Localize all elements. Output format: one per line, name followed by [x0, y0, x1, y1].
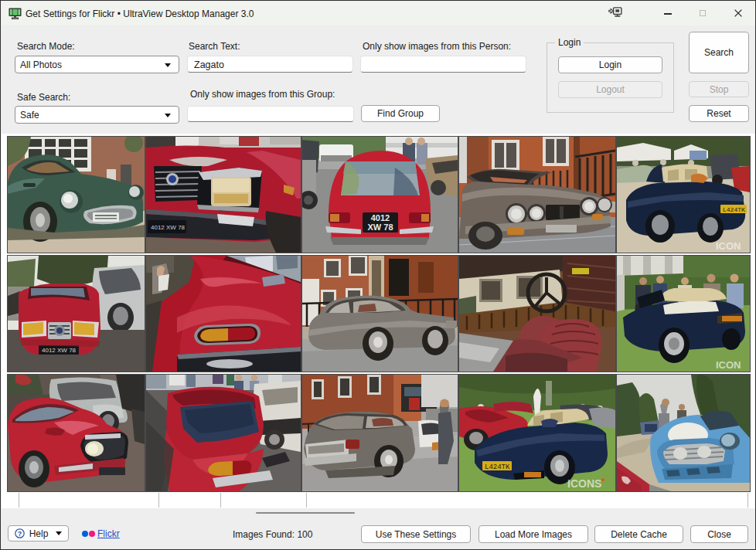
svg-text:ICON: ICON	[716, 359, 741, 371]
svg-text:L424TK: L424TK	[485, 463, 510, 471]
svg-text:XW 78: XW 78	[367, 222, 393, 232]
svg-text:4012 XW 78: 4012 XW 78	[151, 224, 186, 231]
svg-text:?: ?	[17, 530, 22, 538]
svg-text:ICONS: ICONS	[567, 477, 601, 490]
svg-text:L424TK: L424TK	[723, 206, 745, 213]
svg-text:ICON: ICON	[716, 240, 741, 252]
svg-text:4012: 4012	[371, 213, 390, 222]
svg-text:4012 XW 78: 4012 XW 78	[42, 347, 77, 354]
